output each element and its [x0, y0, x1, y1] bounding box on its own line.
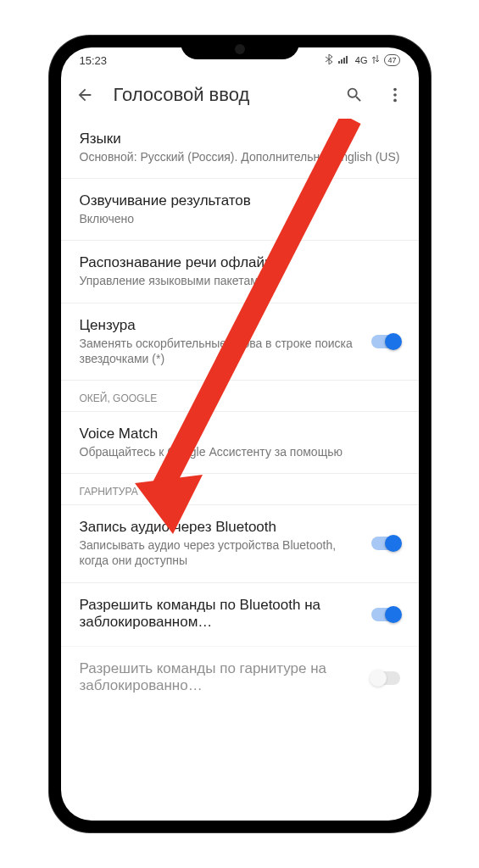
item-title: Запись аудио через Bluetooth [80, 519, 363, 536]
item-subtitle: Включено [80, 211, 400, 226]
svg-rect-2 [343, 58, 345, 64]
item-title: Языки [80, 131, 400, 147]
section-headset: ГАРНИТУРА [61, 473, 419, 504]
item-title: Voice Match [80, 426, 400, 442]
headset-locked-item[interactable]: Разрешить команды по гарнитуре на заблок… [61, 646, 419, 709]
item-subtitle: Управление языковыми пакетами [80, 273, 400, 288]
status-indicators: 4G 47 [325, 54, 400, 66]
speech-output-item[interactable]: Озвучивание результатов Включено [61, 178, 419, 240]
item-subtitle: Обращайтесь к Google Ассистенту за помощ… [80, 444, 400, 459]
bluetooth-locked-toggle[interactable] [371, 608, 400, 621]
svg-point-4 [393, 88, 397, 92]
item-title: Разрешить команды по Bluetooth на заблок… [80, 597, 363, 631]
settings-list: Языки Основной: Русский (Россия). Дополн… [61, 117, 419, 709]
languages-item[interactable]: Языки Основной: Русский (Россия). Дополн… [61, 117, 419, 178]
app-bar: Голосовой ввод [61, 73, 419, 117]
section-ok-google: ОКЕЙ, GOOGLE [61, 380, 419, 411]
item-subtitle: Записывать аудио через устройства Blueto… [80, 537, 363, 568]
network-arrows-icon [372, 55, 379, 65]
notch [181, 36, 299, 59]
bluetooth-locked-item[interactable]: Разрешить команды по Bluetooth на заблок… [61, 582, 419, 646]
item-subtitle: Заменять оскорбительные слова в строке п… [80, 336, 363, 366]
voice-match-item[interactable]: Voice Match Обращайтесь к Google Ассисте… [61, 411, 419, 473]
svg-rect-0 [338, 61, 340, 64]
svg-rect-3 [346, 56, 348, 64]
offline-recognition-item[interactable]: Распознавание речи офлайн Управление язы… [61, 240, 419, 302]
item-subtitle: Основной: Русский (Россия). Дополнительн… [80, 149, 400, 164]
page-title: Голосовой ввод [114, 84, 326, 106]
headset-locked-toggle[interactable] [371, 671, 400, 685]
item-title: Цензура [80, 317, 363, 334]
bluetooth-audio-item[interactable]: Запись аудио через Bluetooth Записывать … [61, 504, 419, 581]
bluetooth-audio-toggle[interactable] [371, 537, 400, 550]
bluetooth-icon [325, 54, 333, 66]
item-title: Озвучивание результатов [80, 192, 400, 209]
svg-point-5 [393, 93, 397, 97]
status-time: 15:23 [80, 54, 108, 67]
search-button[interactable] [343, 83, 366, 107]
network-label: 4G [355, 55, 368, 65]
more-button[interactable] [383, 83, 407, 107]
screen: 15:23 4G 47 Голосовой ввод [61, 47, 419, 821]
back-button[interactable] [73, 83, 97, 107]
svg-point-6 [393, 99, 397, 103]
censorship-item[interactable]: Цензура Заменять оскорбительные слова в … [61, 303, 419, 380]
item-title: Разрешить команды по гарнитуре на заблок… [80, 660, 363, 694]
censorship-toggle[interactable] [371, 335, 400, 348]
svg-rect-1 [341, 59, 343, 64]
phone-frame: 15:23 4G 47 Голосовой ввод [49, 36, 431, 832]
battery-icon: 47 [384, 54, 399, 66]
item-title: Распознавание речи офлайн [80, 254, 400, 271]
signal-icon [338, 55, 350, 65]
